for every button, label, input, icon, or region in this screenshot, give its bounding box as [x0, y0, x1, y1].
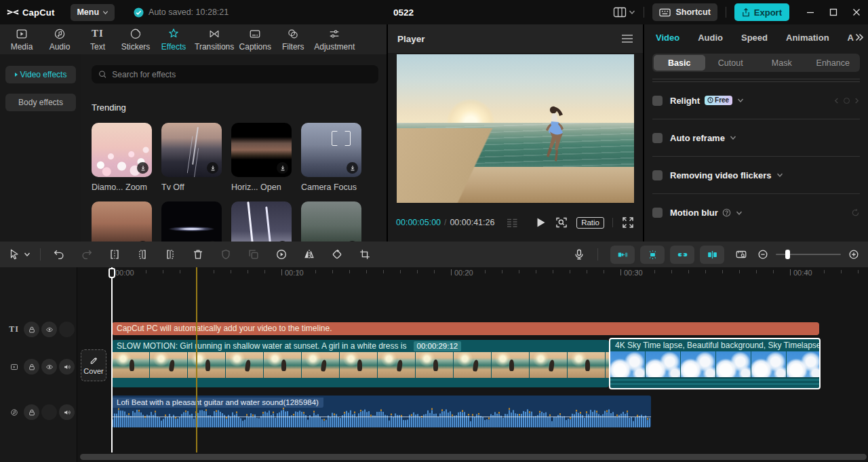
main-track-magnet-button[interactable] — [610, 246, 635, 264]
effect-thumbnail[interactable] — [161, 201, 222, 242]
auto-snap-button[interactable] — [640, 246, 665, 264]
tab-effects[interactable]: Effects — [155, 24, 193, 54]
checkbox[interactable] — [652, 96, 663, 106]
search-input[interactable] — [112, 70, 372, 79]
effect-card[interactable] — [231, 201, 292, 242]
playhead-line[interactable] — [111, 267, 113, 453]
effect-thumbnail[interactable] — [161, 123, 222, 177]
select-tool-icon[interactable] — [8, 248, 20, 261]
sidebar-item-video-effects[interactable]: Video effects — [5, 66, 76, 83]
effect-thumbnail[interactable] — [92, 123, 152, 177]
download-icon[interactable] — [207, 162, 218, 174]
effect-card-camera-focus[interactable]: Camera Focus — [301, 123, 361, 192]
download-icon[interactable] — [347, 162, 358, 174]
zoom-in-icon[interactable] — [848, 248, 860, 261]
effect-card-tv-off[interactable]: Tv Off — [161, 123, 222, 192]
playhead-handle[interactable] — [108, 268, 115, 278]
video-preview[interactable] — [397, 54, 634, 203]
mirror-icon[interactable] — [303, 248, 315, 261]
checkbox[interactable] — [652, 208, 663, 218]
effect-card-diamo-zoom[interactable]: Diamo... Zoom — [92, 123, 152, 192]
video-clip-1[interactable]: SLOW MOTION: Girl running in shallow wat… — [112, 340, 609, 387]
properties-tab-audio[interactable]: Audio — [698, 33, 723, 43]
subtab-enhance[interactable]: Enhance — [808, 55, 859, 71]
mask-tool-icon[interactable] — [220, 248, 232, 261]
record-voiceover-icon[interactable] — [573, 248, 585, 261]
eye-icon[interactable] — [41, 359, 57, 374]
tab-adjustment[interactable]: Adjustment — [312, 24, 357, 54]
effects-search[interactable] — [92, 65, 378, 83]
effect-thumbnail[interactable] — [301, 123, 361, 177]
delete-left-icon[interactable] — [136, 248, 149, 261]
fullscreen-icon[interactable] — [621, 216, 635, 229]
rotate-icon[interactable] — [331, 248, 343, 261]
subtab-cutout[interactable]: Cutout — [705, 55, 757, 71]
reset-icon[interactable] — [851, 208, 860, 217]
speaker-icon[interactable] — [59, 359, 75, 374]
video-clip-2-selected[interactable]: 4K Sky Time lapse, Beautiful background,… — [609, 338, 821, 389]
properties-tab-video[interactable]: Video — [656, 33, 679, 43]
zoom-out-icon[interactable] — [757, 248, 769, 261]
chevron-right[interactable] — [854, 98, 860, 104]
text-clip[interactable]: CapCut PC will automatically add your vi… — [112, 322, 819, 335]
properties-tab-animation[interactable]: Animation — [786, 33, 829, 43]
select-tool-chevron-icon[interactable] — [24, 251, 31, 258]
tab-media[interactable]: Media — [3, 24, 41, 54]
delete-right-icon[interactable] — [164, 248, 176, 261]
tab-audio[interactable]: Audio — [41, 24, 79, 54]
tab-stickers[interactable]: Stickers — [117, 24, 155, 54]
effect-thumbnail[interactable] — [301, 201, 361, 242]
properties-tab-speed[interactable]: Speed — [741, 33, 768, 43]
adapt-timeline-icon[interactable] — [735, 248, 747, 261]
chevron-down-icon[interactable] — [736, 210, 743, 216]
effect-card-horiz-open[interactable]: Horiz... Open — [231, 123, 292, 192]
sidebar-item-body-effects[interactable]: Body effects — [5, 94, 76, 111]
maximize-button[interactable] — [822, 0, 845, 24]
play-button[interactable] — [534, 216, 547, 229]
tab-transitions[interactable]: Transitions — [193, 24, 236, 54]
minimize-button[interactable] — [799, 0, 822, 24]
subtab-basic[interactable]: Basic — [654, 55, 705, 71]
layout-panels-icon[interactable] — [612, 6, 627, 18]
tab-filters[interactable]: Filters — [274, 24, 312, 54]
zoom-slider-handle[interactable] — [785, 250, 790, 259]
chevron-down-icon[interactable] — [629, 9, 635, 16]
effect-card[interactable] — [161, 201, 222, 242]
lock-icon[interactable] — [24, 404, 39, 420]
chevron-down-icon[interactable] — [737, 97, 744, 104]
export-button[interactable]: Export — [734, 3, 789, 21]
properties-tab-a[interactable]: A — [848, 33, 854, 43]
eye-icon[interactable] — [41, 322, 57, 337]
chevron-down-icon[interactable] — [730, 134, 736, 141]
lock-icon[interactable] — [24, 359, 39, 374]
preview-quality-icon[interactable] — [555, 216, 568, 229]
player-menu-icon[interactable] — [621, 34, 633, 43]
more-tabs-icon[interactable] — [854, 33, 864, 42]
checkbox[interactable] — [652, 133, 663, 143]
effect-card[interactable] — [92, 201, 152, 242]
split-icon[interactable] — [108, 248, 121, 261]
effect-thumbnail[interactable] — [92, 201, 152, 242]
timeline-horizontal-scrollbar[interactable] — [80, 454, 867, 460]
redo-icon[interactable] — [81, 248, 93, 261]
speed-icon[interactable] — [275, 248, 288, 261]
subtab-mask[interactable]: Mask — [756, 55, 808, 71]
duplicate-icon[interactable] — [248, 248, 260, 261]
crop-icon[interactable] — [359, 248, 371, 261]
preview-axis-button[interactable] — [700, 246, 724, 264]
tab-captions[interactable]: Captions — [236, 24, 274, 54]
tab-text[interactable]: TIText — [79, 24, 117, 54]
effect-card[interactable] — [301, 201, 361, 242]
undo-icon[interactable] — [53, 248, 65, 261]
speaker-icon[interactable] — [59, 404, 75, 420]
chevron-down-icon[interactable] — [776, 172, 783, 178]
timeline-marker-line[interactable] — [196, 267, 197, 453]
timeline-zoom-slider[interactable] — [776, 254, 841, 255]
audio-clip[interactable]: Lofi Beat with a pleasant guitar and wat… — [112, 396, 651, 427]
frame-by-frame-icon[interactable] — [505, 216, 519, 229]
close-button[interactable] — [845, 0, 868, 24]
menu-button[interactable]: Menu — [71, 4, 115, 21]
delete-icon[interactable] — [192, 248, 204, 261]
chevron-left[interactable] — [833, 98, 840, 104]
download-icon[interactable] — [277, 162, 288, 174]
